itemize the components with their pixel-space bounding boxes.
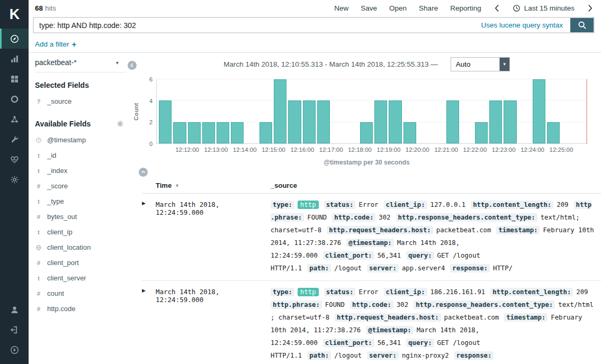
field-item-_type[interactable]: t_type <box>35 194 132 209</box>
results-area: March 14th 2018, 12:10:55.313 - March 14… <box>132 53 601 364</box>
source-field-name: http.response_headers.content_type: <box>396 213 537 222</box>
discover-icon <box>10 34 19 43</box>
field-item-_source[interactable]: ?_source <box>35 94 132 109</box>
field-item-client_port[interactable]: #client_port <box>35 255 132 270</box>
index-pattern-selector[interactable]: packetbeat-* ▾ <box>35 53 126 72</box>
add-filter-link[interactable]: Add a filter <box>35 40 69 48</box>
available-fields-list: @timestampt_idt_index#_scoret_type#bytes… <box>35 132 132 316</box>
source-field-value: app.server4 <box>402 265 445 272</box>
add-filter-plus-icon[interactable]: + <box>72 40 77 49</box>
field-item-client_server[interactable]: tclient_server <box>35 270 132 286</box>
timepicker-button[interactable]: Last 15 minutes <box>513 4 575 12</box>
histogram-bar[interactable] <box>274 79 286 143</box>
source-field-value: packetbeat.com <box>444 314 499 321</box>
x-tick-label: 12:13:00 <box>204 147 228 153</box>
interval-value: Auto <box>451 58 499 71</box>
collapse-histogram-button[interactable] <box>139 168 148 177</box>
source-field-name: client_port: <box>323 339 374 347</box>
field-item-bytes_out[interactable]: #bytes_out <box>35 209 132 224</box>
histogram-plot <box>156 79 588 144</box>
nav-item-collapse-nav[interactable] <box>0 340 29 360</box>
machine-learning-icon <box>10 115 19 124</box>
new-button[interactable]: New <box>334 4 348 12</box>
histogram-bar[interactable] <box>288 101 301 143</box>
histogram-bar[interactable] <box>159 101 172 143</box>
histogram-bar[interactable] <box>317 101 330 143</box>
histogram-bar[interactable] <box>446 101 459 143</box>
field-item-client_ip[interactable]: tclient_ip <box>35 224 132 240</box>
nav-item-monitoring[interactable] <box>0 149 29 169</box>
kibana-logo[interactable]: K <box>0 0 29 29</box>
field-name: _type <box>47 197 64 205</box>
field-item-_id[interactable]: t_id <box>35 148 132 163</box>
doc-row: ▶March 14th 2018, 12:24:59.000type:https… <box>142 194 601 281</box>
field-item-count[interactable]: #count <box>35 286 132 301</box>
lucene-syntax-link[interactable]: Uses lucene query syntax <box>481 18 570 32</box>
histogram-bar[interactable] <box>259 122 272 143</box>
histogram-bar[interactable] <box>403 122 416 143</box>
doc-table-body: ▶March 14th 2018, 12:24:59.000type:https… <box>142 194 601 364</box>
selected-fields-list: ?_source <box>35 94 132 109</box>
histogram-bar[interactable] <box>504 101 516 143</box>
open-button[interactable]: Open <box>389 4 407 12</box>
histogram-bar[interactable] <box>217 122 229 143</box>
field-type-badge: # <box>35 183 42 189</box>
source-field-name: server: <box>367 264 399 272</box>
histogram-bar[interactable] <box>231 122 244 143</box>
nav-top <box>0 29 29 189</box>
time-column-header[interactable]: Time ▼ <box>156 181 271 189</box>
source-field-value: Error <box>358 201 378 208</box>
nav-item-management[interactable] <box>0 169 29 189</box>
histogram-bar[interactable] <box>547 122 560 143</box>
field-type-badge: t <box>35 198 42 205</box>
nav-item-discover[interactable] <box>0 29 29 49</box>
nav-item-dev-tools[interactable] <box>0 129 29 149</box>
collapse-fields-panel-button[interactable] <box>128 61 137 70</box>
selected-fields-title: Selected Fields <box>35 81 132 89</box>
field-item-client_location[interactable]: client_location <box>35 240 132 255</box>
search-button[interactable] <box>570 18 594 32</box>
nav-item-visualize[interactable] <box>0 49 29 69</box>
timepicker-label: Last 15 minutes <box>524 4 575 12</box>
nav-item-timelion[interactable] <box>0 89 29 109</box>
histogram-bar[interactable] <box>489 101 502 143</box>
x-tick-label: 12:20:00 <box>406 147 429 153</box>
reporting-button[interactable]: Reporting <box>450 4 481 12</box>
sort-caret-icon: ▼ <box>175 183 180 188</box>
histogram-bar[interactable] <box>475 122 488 143</box>
expand-row-icon[interactable]: ▶ <box>142 198 156 275</box>
nav-item-dashboard[interactable] <box>0 69 29 89</box>
share-button[interactable]: Share <box>419 4 438 12</box>
histogram-bar[interactable] <box>202 122 215 143</box>
source-field-value: 56,341 <box>378 252 401 259</box>
histogram-bar[interactable] <box>374 101 387 143</box>
source-field-name: server: <box>367 351 399 360</box>
globe-icon <box>35 244 42 251</box>
search-input[interactable] <box>34 18 481 32</box>
field-settings-gear-icon[interactable] <box>116 120 124 128</box>
source-field-value: http <box>298 288 319 296</box>
nav-item-user[interactable] <box>0 299 29 320</box>
interval-select[interactable]: Auto ▼ <box>451 57 510 71</box>
histogram-bar[interactable] <box>389 101 401 143</box>
expand-row-icon[interactable]: ▶ <box>142 286 156 362</box>
field-item-http.code[interactable]: #http.code <box>35 301 132 316</box>
hits-label: hits <box>45 4 56 12</box>
save-button[interactable]: Save <box>361 4 377 12</box>
histogram-bar[interactable] <box>360 122 373 143</box>
timepicker-back-icon[interactable] <box>494 4 500 12</box>
histogram-bar[interactable] <box>533 79 545 143</box>
source-field-value: 209 <box>576 288 588 296</box>
field-item-@timestamp[interactable]: @timestamp <box>35 132 132 148</box>
histogram-bar[interactable] <box>173 122 186 143</box>
field-item-_index[interactable]: t_index <box>35 163 132 178</box>
nav-item-logout[interactable] <box>0 320 29 340</box>
timepicker-forward-icon[interactable] <box>587 4 594 12</box>
histogram-bar[interactable] <box>188 122 201 143</box>
search-icon <box>578 21 587 30</box>
source-field-name: status: <box>324 288 356 296</box>
source-field-name: path: <box>307 264 331 272</box>
nav-item-machine-learning[interactable] <box>0 109 29 129</box>
field-item-_score[interactable]: #_score <box>35 178 132 194</box>
histogram-bar[interactable] <box>303 101 316 143</box>
